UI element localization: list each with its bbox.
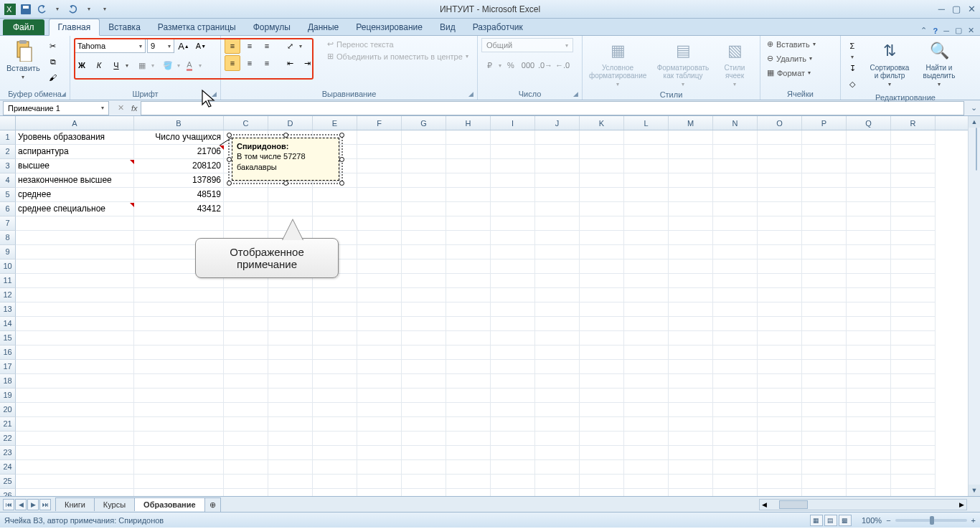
cell-R15[interactable]	[891, 331, 936, 345]
tab-formulas[interactable]: Формулы	[245, 19, 299, 35]
cell-L11[interactable]	[624, 274, 669, 288]
minimize-button[interactable]: ─	[938, 4, 945, 14]
cell-R21[interactable]	[891, 417, 936, 432]
cell-K14[interactable]	[580, 317, 624, 331]
cell-J24[interactable]	[535, 460, 580, 475]
col-header-C[interactable]: C	[224, 116, 268, 130]
cell-I21[interactable]	[491, 417, 535, 432]
cell-E25[interactable]	[313, 475, 357, 489]
cell-C24[interactable]	[224, 460, 268, 475]
cell-Q20[interactable]	[847, 403, 891, 417]
delete-cells-button[interactable]: ⊖Удалить▾	[764, 52, 815, 65]
cell-I24[interactable]	[491, 460, 535, 475]
cell-C13[interactable]	[224, 302, 268, 317]
cell-O6[interactable]	[758, 202, 802, 216]
cell-M11[interactable]	[669, 274, 713, 288]
name-box[interactable]: Примечание 1▾	[3, 101, 109, 115]
align-right-icon[interactable]: ≡	[259, 55, 275, 71]
cell-E24[interactable]	[313, 460, 357, 475]
cell-H20[interactable]	[446, 403, 491, 417]
cell-O21[interactable]	[758, 417, 802, 432]
cell-O17[interactable]	[758, 360, 802, 374]
cell-D19[interactable]	[268, 389, 313, 403]
decrease-font-icon[interactable]: A▼	[193, 38, 209, 54]
cell-A24[interactable]	[16, 460, 134, 475]
align-bottom-icon[interactable]: ≡	[259, 38, 275, 54]
cell-H6[interactable]	[446, 202, 491, 216]
cell-E15[interactable]	[313, 331, 357, 345]
underline-button[interactable]: Ч	[108, 57, 124, 73]
cell-L12[interactable]	[624, 288, 669, 302]
cell-N10[interactable]	[713, 259, 758, 274]
clipboard-dialog[interactable]: ◢	[61, 90, 66, 97]
cell-M20[interactable]	[669, 403, 713, 417]
cell-L21[interactable]	[624, 417, 669, 432]
cell-J22[interactable]	[535, 432, 580, 446]
cell-P11[interactable]	[802, 274, 847, 288]
cell-L10[interactable]	[624, 259, 669, 274]
cell-I20[interactable]	[491, 403, 535, 417]
cell-L25[interactable]	[624, 475, 669, 489]
cell-I16[interactable]	[491, 345, 535, 360]
col-header-I[interactable]: I	[491, 116, 535, 130]
italic-button[interactable]: К	[91, 57, 107, 73]
font-name-select[interactable]: Tahoma▾	[74, 39, 146, 53]
cell-N12[interactable]	[713, 288, 758, 302]
cell-N22[interactable]	[713, 432, 758, 446]
cell-R11[interactable]	[891, 274, 936, 288]
cell-H9[interactable]	[446, 245, 491, 259]
cancel-formula-icon[interactable]: ✕	[118, 103, 124, 113]
currency-icon[interactable]: ₽	[481, 57, 497, 73]
tab-developer[interactable]: Разработчик	[464, 19, 532, 35]
cell-Q16[interactable]	[847, 345, 891, 360]
cell-R7[interactable]	[891, 216, 936, 231]
cell-F4[interactable]	[357, 173, 402, 188]
cell-D22[interactable]	[268, 432, 313, 446]
cell-B15[interactable]	[134, 331, 224, 345]
cell-I11[interactable]	[491, 274, 535, 288]
cell-F18[interactable]	[357, 374, 402, 389]
cell-O24[interactable]	[758, 460, 802, 475]
cell-O11[interactable]	[758, 274, 802, 288]
cell-A17[interactable]	[16, 360, 134, 374]
increase-decimal-icon[interactable]: .0→	[537, 57, 553, 73]
normal-view-icon[interactable]: ▦	[810, 515, 823, 526]
row-header-25[interactable]: 25	[0, 475, 16, 489]
cell-M6[interactable]	[669, 202, 713, 216]
row-header-3[interactable]: 3	[0, 159, 16, 173]
borders-button[interactable]: ▦	[134, 57, 150, 73]
cell-E19[interactable]	[313, 389, 357, 403]
cell-D17[interactable]	[268, 360, 313, 374]
cell-M8[interactable]	[669, 231, 713, 245]
cell-N21[interactable]	[713, 417, 758, 432]
sort-filter-button[interactable]: ⇅Сортировка и фильтр▾	[865, 38, 914, 89]
col-header-G[interactable]: G	[402, 116, 446, 130]
format-painter-icon[interactable]: 🖌	[45, 70, 61, 85]
cell-P2[interactable]	[802, 145, 847, 159]
sheet-nav-last[interactable]: ⏭	[39, 499, 51, 510]
sheet-tab-1[interactable]: Курсы	[94, 497, 135, 511]
close-button[interactable]: ✕	[968, 4, 976, 14]
cell-J26[interactable]	[535, 489, 580, 496]
cell-A12[interactable]	[16, 288, 134, 302]
cell-H23[interactable]	[446, 446, 491, 460]
cell-O14[interactable]	[758, 317, 802, 331]
cell-P21[interactable]	[802, 417, 847, 432]
cell-O2[interactable]	[758, 145, 802, 159]
cell-H8[interactable]	[446, 231, 491, 245]
row-header-13[interactable]: 13	[0, 302, 16, 317]
cell-F16[interactable]	[357, 345, 402, 360]
cell-G24[interactable]	[402, 460, 446, 475]
cell-C19[interactable]	[224, 389, 268, 403]
cell-Q13[interactable]	[847, 302, 891, 317]
row-header-9[interactable]: 9	[0, 245, 16, 259]
cell-A20[interactable]	[16, 403, 134, 417]
cell-P10[interactable]	[802, 259, 847, 274]
cell-J3[interactable]	[535, 159, 580, 173]
cell-I12[interactable]	[491, 288, 535, 302]
col-header-D[interactable]: D	[268, 116, 313, 130]
cell-F25[interactable]	[357, 475, 402, 489]
cell-P26[interactable]	[802, 489, 847, 496]
cell-G3[interactable]	[402, 159, 446, 173]
zoom-out-button[interactable]: −	[886, 516, 890, 525]
